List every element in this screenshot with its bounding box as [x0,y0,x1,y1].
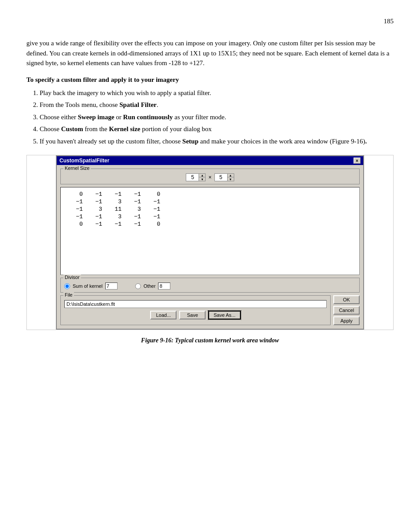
cell-4-4: 0 [144,221,163,227]
body-paragraph1: give you a wide range of flexibility ove… [26,38,394,68]
kernel-times: × [208,174,211,180]
cell-1-1: −1 [85,198,105,205]
cell-4-3: −1 [124,221,144,227]
step-4: Choose Custom from the Kernel size porti… [40,124,394,134]
kernel-width-spinner[interactable]: ▲ ▼ [186,173,206,181]
matrix-row-0: 0 −1 −1 −1 0 [66,191,354,198]
sum-of-kernel-radio[interactable] [64,283,70,289]
dialog-window: CustomSpatialFilter × Kernel Size ▲ ▼ × [56,155,364,330]
dialog-titlebar: CustomSpatialFilter × [57,156,363,165]
step3b-bold: Run continuously [123,114,173,121]
matrix-row-3: −1 −1 3 −1 −1 [66,213,354,220]
step-2: From the Tools menu, choose Spatial Filt… [40,100,394,110]
kernel-width-input[interactable] [186,174,199,181]
cell-0-0: 0 [66,191,85,198]
cell-3-2: 3 [105,213,124,220]
save-button[interactable]: Save [179,311,206,319]
matrix-row-1: −1 −1 3 −1 −1 [66,198,354,205]
step-1: Play back the imagery to which you wish … [40,88,394,98]
cell-1-0: −1 [66,198,85,205]
apply-button[interactable]: Apply [333,316,360,325]
page-number: 185 [384,18,394,25]
figure-container: CustomSpatialFilter × Kernel Size ▲ ▼ × [26,155,394,330]
kernel-height-spinner[interactable]: ▲ ▼ [214,173,234,181]
load-button[interactable]: Load... [150,311,177,319]
dialog-close-button[interactable]: × [354,158,361,164]
steps-list: Play back the imagery to which you wish … [40,88,394,147]
cell-0-2: −1 [105,191,124,198]
section-title: To specify a custom filter and apply it … [26,76,394,84]
divisor-group: Divisor Sum of kernel Other [60,278,360,293]
cell-2-3: 3 [124,206,144,213]
kernel-height-arrows: ▲ ▼ [227,174,234,181]
cell-1-4: −1 [144,198,163,205]
cell-2-1: 3 [85,206,105,213]
file-path-input[interactable] [64,300,327,308]
divisor-legend: Divisor [63,275,81,280]
other-value[interactable] [158,283,170,290]
cell-1-3: −1 [124,198,144,205]
divisor-row: Sum of kernel Other [64,280,356,290]
side-buttons: OK Cancel Apply [333,295,360,325]
save-as-button[interactable]: Save As... [208,311,241,319]
step4b-bold: Kernel size [109,125,140,132]
matrix-row-4: 0 −1 −1 −1 0 [66,221,354,227]
other-radio-group: Other [135,283,171,290]
figure-caption: Figure 9-16: Typical custom kernel work … [26,337,394,344]
step-5: If you haven't already set up the custom… [40,136,394,147]
cell-3-3: −1 [124,213,144,220]
dialog-body: Kernel Size ▲ ▼ × ▲ ▼ [57,165,363,329]
sum-of-kernel-value[interactable] [105,283,118,290]
file-section: File Load... Save Save As... [60,295,331,325]
file-legend: File [63,292,74,297]
step2-bold: Spatial Filter [119,101,157,108]
cell-3-1: −1 [85,213,105,220]
kernel-size-row: ▲ ▼ × ▲ ▼ [64,171,356,181]
cell-0-4: 0 [144,191,163,198]
kernel-width-arrows: ▲ ▼ [199,174,205,181]
matrix-row-2: −1 3 11 3 −1 [66,206,354,213]
kernel-height-input[interactable] [215,174,227,181]
kernel-height-down[interactable]: ▼ [228,177,234,181]
dialog-title: CustomSpatialFilter [59,158,109,164]
sum-of-kernel-label: Sum of kernel [73,283,103,289]
file-and-buttons: File Load... Save Save As... OK Cancel A… [60,295,360,325]
kernel-matrix-area[interactable]: 0 −1 −1 −1 0 −1 −1 3 −1 −1 −1 3 11 [60,187,360,275]
step4a-bold: Custom [61,125,83,132]
sum-of-kernel-radio-group: Sum of kernel [64,283,118,290]
cell-3-4: −1 [144,213,163,220]
cell-1-2: 3 [105,198,124,205]
cell-4-0: 0 [66,221,85,227]
cell-2-2: 11 [105,206,124,213]
kernel-size-group: Kernel Size ▲ ▼ × ▲ ▼ [60,169,360,184]
cell-0-3: −1 [124,191,144,198]
step-3: Choose either Sweep image or Run continu… [40,112,394,122]
cell-2-4: −1 [144,206,163,213]
cell-0-1: −1 [85,191,105,198]
cell-4-1: −1 [85,221,105,227]
other-radio[interactable] [135,283,141,289]
kernel-height-up[interactable]: ▲ [228,174,234,177]
cancel-button[interactable]: Cancel [333,306,360,315]
file-buttons-row: Load... Save Save As... [64,311,327,319]
step5-bold: Setup [182,138,199,145]
step3a-bold: Sweep image [78,114,114,121]
ok-button[interactable]: OK [333,295,360,304]
cell-2-0: −1 [66,206,85,213]
kernel-width-down[interactable]: ▼ [199,177,205,181]
cell-4-2: −1 [105,221,124,227]
other-label: Other [144,283,156,289]
cell-3-0: −1 [66,213,85,220]
kernel-width-up[interactable]: ▲ [199,174,205,177]
kernel-size-legend: Kernel Size [63,165,91,171]
